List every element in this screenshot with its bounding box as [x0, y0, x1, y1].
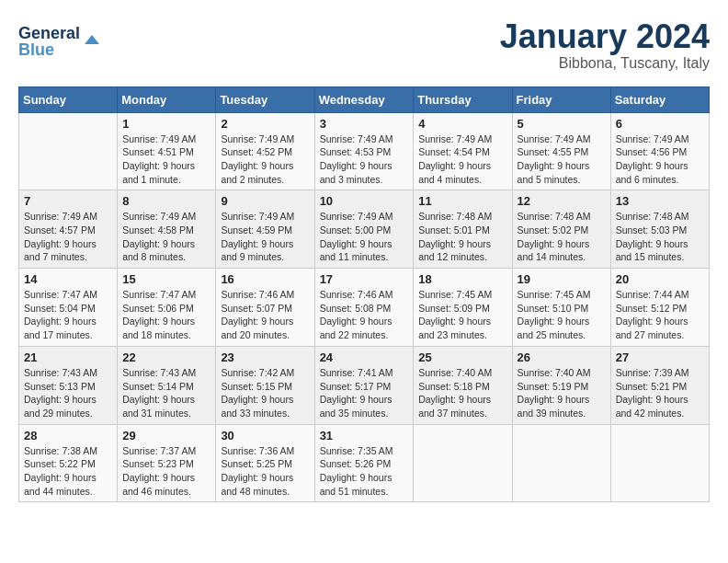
day-info: Sunrise: 7:46 AM Sunset: 5:07 PM Dayligh… [221, 288, 309, 342]
daylight-text: Daylight: 9 hours and 11 minutes. [320, 238, 392, 263]
sunset-text: Sunset: 5:18 PM [418, 381, 490, 392]
sunrise-text: Sunrise: 7:43 AM [24, 367, 97, 378]
table-row: 3 Sunrise: 7:49 AM Sunset: 4:53 PM Dayli… [314, 112, 414, 190]
table-row: 18 Sunrise: 7:45 AM Sunset: 5:09 PM Dayl… [414, 269, 512, 347]
page-header: General Blue January 2024 Bibbona, Tusca… [18, 18, 710, 72]
calendar-table: Sunday Monday Tuesday Wednesday Thursday… [18, 86, 710, 503]
table-row: 5 Sunrise: 7:49 AM Sunset: 4:55 PM Dayli… [512, 112, 610, 190]
table-row: 15 Sunrise: 7:47 AM Sunset: 5:06 PM Dayl… [118, 269, 216, 347]
sunset-text: Sunset: 5:09 PM [418, 303, 490, 314]
header-monday: Monday [118, 86, 216, 112]
day-info: Sunrise: 7:42 AM Sunset: 5:15 PM Dayligh… [221, 366, 309, 420]
calendar-week-row: 7 Sunrise: 7:49 AM Sunset: 4:57 PM Dayli… [19, 190, 710, 269]
daylight-text: Daylight: 9 hours and 25 minutes. [518, 316, 590, 340]
sunrise-text: Sunrise: 7:47 AM [24, 289, 97, 300]
sunset-text: Sunset: 4:52 PM [221, 146, 292, 157]
sunset-text: Sunset: 4:53 PM [320, 146, 392, 157]
sunset-text: Sunset: 4:56 PM [616, 146, 688, 157]
daylight-text: Daylight: 9 hours and 35 minutes. [320, 394, 392, 419]
sunrise-text: Sunrise: 7:48 AM [616, 211, 689, 222]
day-number: 10 [320, 194, 409, 208]
table-row: 10 Sunrise: 7:49 AM Sunset: 5:00 PM Dayl… [314, 190, 414, 269]
day-info: Sunrise: 7:39 AM Sunset: 5:21 PM Dayligh… [616, 366, 704, 420]
month-title: January 2024 [500, 18, 710, 55]
header-saturday: Saturday [610, 86, 709, 112]
daylight-text: Daylight: 9 hours and 8 minutes. [122, 238, 195, 263]
day-number: 2 [221, 117, 309, 131]
daylight-text: Daylight: 9 hours and 48 minutes. [221, 472, 293, 497]
sunset-text: Sunset: 5:06 PM [122, 303, 194, 314]
sunrise-text: Sunrise: 7:36 AM [221, 445, 294, 456]
daylight-text: Daylight: 9 hours and 18 minutes. [122, 316, 195, 340]
day-number: 24 [320, 350, 409, 364]
sunrise-text: Sunrise: 7:48 AM [518, 211, 591, 222]
table-row: 28 Sunrise: 7:38 AM Sunset: 5:22 PM Dayl… [19, 424, 118, 502]
day-info: Sunrise: 7:49 AM Sunset: 4:56 PM Dayligh… [616, 132, 704, 187]
day-info: Sunrise: 7:49 AM Sunset: 4:57 PM Dayligh… [24, 210, 112, 264]
table-row: 30 Sunrise: 7:36 AM Sunset: 5:25 PM Dayl… [216, 424, 314, 502]
sunrise-text: Sunrise: 7:41 AM [320, 367, 393, 378]
sunset-text: Sunset: 5:12 PM [616, 303, 688, 314]
table-row [414, 424, 512, 502]
sunset-text: Sunset: 5:14 PM [122, 381, 194, 392]
day-number: 25 [418, 350, 506, 364]
calendar-week-row: 14 Sunrise: 7:47 AM Sunset: 5:04 PM Dayl… [19, 269, 710, 347]
sunrise-text: Sunrise: 7:45 AM [418, 289, 492, 300]
sunrise-text: Sunrise: 7:49 AM [518, 133, 591, 144]
day-number: 13 [616, 194, 704, 208]
sunset-text: Sunset: 5:21 PM [616, 381, 688, 392]
daylight-text: Daylight: 9 hours and 6 minutes. [616, 160, 688, 185]
day-info: Sunrise: 7:41 AM Sunset: 5:17 PM Dayligh… [320, 366, 409, 420]
sunset-text: Sunset: 5:13 PM [24, 381, 96, 392]
title-block: January 2024 Bibbona, Tuscany, Italy [500, 18, 710, 72]
day-number: 30 [221, 429, 309, 442]
header-tuesday: Tuesday [216, 86, 314, 112]
table-row: 25 Sunrise: 7:40 AM Sunset: 5:18 PM Dayl… [414, 346, 512, 424]
calendar-header-row: Sunday Monday Tuesday Wednesday Thursday… [19, 86, 710, 112]
daylight-text: Daylight: 9 hours and 9 minutes. [221, 238, 293, 263]
table-row: 14 Sunrise: 7:47 AM Sunset: 5:04 PM Dayl… [19, 269, 118, 347]
table-row: 6 Sunrise: 7:49 AM Sunset: 4:56 PM Dayli… [610, 112, 709, 190]
day-info: Sunrise: 7:49 AM Sunset: 4:51 PM Dayligh… [122, 132, 210, 187]
location-title: Bibbona, Tuscany, Italy [500, 55, 710, 72]
day-info: Sunrise: 7:47 AM Sunset: 5:06 PM Dayligh… [122, 288, 210, 342]
table-row: 16 Sunrise: 7:46 AM Sunset: 5:07 PM Dayl… [216, 269, 314, 347]
day-info: Sunrise: 7:40 AM Sunset: 5:19 PM Dayligh… [518, 366, 606, 420]
sunset-text: Sunset: 5:10 PM [518, 303, 589, 314]
day-info: Sunrise: 7:38 AM Sunset: 5:22 PM Dayligh… [24, 444, 112, 499]
day-info: Sunrise: 7:49 AM Sunset: 4:58 PM Dayligh… [122, 210, 210, 264]
day-number: 11 [418, 194, 506, 208]
table-row: 20 Sunrise: 7:44 AM Sunset: 5:12 PM Dayl… [610, 269, 709, 347]
day-info: Sunrise: 7:47 AM Sunset: 5:04 PM Dayligh… [24, 288, 112, 342]
day-number: 5 [518, 117, 606, 131]
day-info: Sunrise: 7:43 AM Sunset: 5:14 PM Dayligh… [122, 366, 210, 420]
sunset-text: Sunset: 4:51 PM [122, 146, 194, 157]
day-number: 28 [24, 429, 112, 442]
sunrise-text: Sunrise: 7:49 AM [320, 133, 393, 144]
daylight-text: Daylight: 9 hours and 31 minutes. [122, 394, 195, 419]
daylight-text: Daylight: 9 hours and 27 minutes. [616, 316, 688, 340]
day-info: Sunrise: 7:49 AM Sunset: 5:00 PM Dayligh… [320, 210, 409, 264]
daylight-text: Daylight: 9 hours and 22 minutes. [320, 316, 392, 340]
table-row: 26 Sunrise: 7:40 AM Sunset: 5:19 PM Dayl… [512, 346, 610, 424]
daylight-text: Daylight: 9 hours and 37 minutes. [418, 394, 491, 419]
sunrise-text: Sunrise: 7:39 AM [616, 367, 689, 378]
sunrise-text: Sunrise: 7:49 AM [122, 211, 196, 222]
sunrise-text: Sunrise: 7:35 AM [320, 445, 393, 456]
sunset-text: Sunset: 5:00 PM [320, 224, 392, 236]
table-row: 29 Sunrise: 7:37 AM Sunset: 5:23 PM Dayl… [118, 424, 216, 502]
sunset-text: Sunset: 5:01 PM [418, 224, 490, 236]
sunrise-text: Sunrise: 7:46 AM [320, 289, 393, 300]
calendar-week-row: 21 Sunrise: 7:43 AM Sunset: 5:13 PM Dayl… [19, 346, 710, 424]
day-info: Sunrise: 7:40 AM Sunset: 5:18 PM Dayligh… [418, 366, 506, 420]
table-row [512, 424, 610, 502]
day-number: 23 [221, 350, 309, 364]
day-number: 16 [221, 272, 309, 286]
table-row [19, 112, 118, 190]
day-number: 1 [122, 117, 210, 131]
sunrise-text: Sunrise: 7:44 AM [616, 289, 689, 300]
day-number: 20 [616, 272, 704, 286]
daylight-text: Daylight: 9 hours and 44 minutes. [24, 472, 97, 497]
sunset-text: Sunset: 4:55 PM [518, 146, 589, 157]
table-row: 31 Sunrise: 7:35 AM Sunset: 5:26 PM Dayl… [314, 424, 414, 502]
